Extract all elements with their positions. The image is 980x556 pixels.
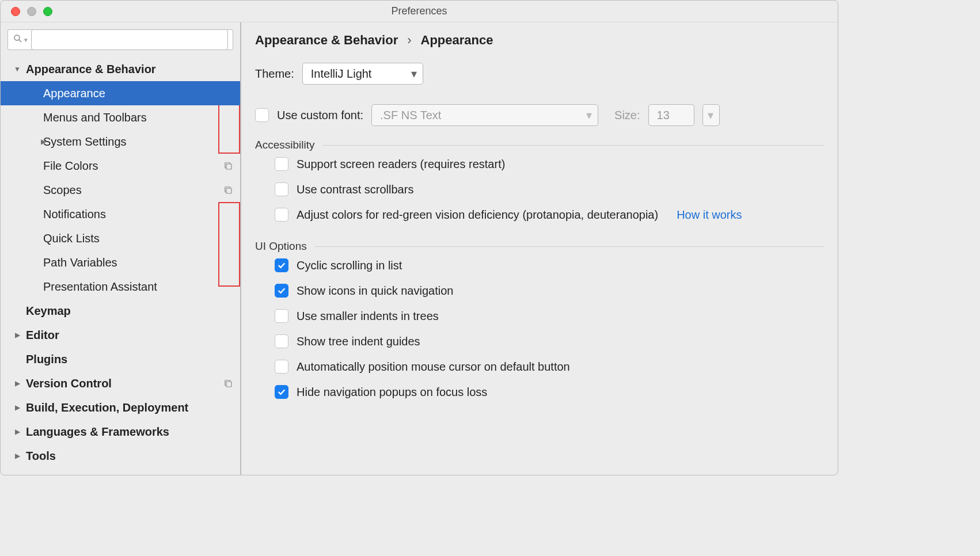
tree-item-label: Quick Lists	[43, 232, 100, 245]
checkbox[interactable]	[275, 360, 288, 374]
chevron-right-icon: ▶	[12, 331, 22, 339]
tree-item-label: Notifications	[43, 208, 106, 221]
font-size-stepper[interactable]: ▾	[702, 104, 720, 126]
option-label: Support screen readers (requires restart…	[297, 158, 505, 171]
tree-item-build-execution-deployment[interactable]: ▶Build, Execution, Deployment	[1, 395, 240, 420]
checkbox[interactable]	[275, 309, 288, 323]
option-label: Cyclic scrolling in list	[297, 259, 402, 272]
preferences-content: Appearance & Behavior › Appearance Theme…	[241, 22, 838, 475]
tree-item-label: Editor	[26, 329, 59, 342]
option-label: Automatically position mouse cursor on d…	[297, 360, 570, 374]
chevron-down-icon: ▾	[411, 67, 417, 81]
checkbox[interactable]	[275, 334, 288, 348]
chevron-right-icon: ▶	[12, 403, 22, 412]
chevron-right-icon: ▶	[12, 379, 22, 387]
font-size-label: Size:	[614, 109, 640, 122]
tree-item-label: Plugins	[26, 353, 67, 366]
minimize-window-button[interactable]	[27, 7, 36, 16]
svg-point-0	[14, 35, 20, 40]
tree-item-label: Presentation Assistant	[43, 280, 157, 294]
chevron-down-icon: ▾	[24, 36, 28, 44]
breadcrumb-current: Appearance	[421, 33, 493, 48]
option-label: Use contrast scrollbars	[297, 183, 413, 196]
tree-item-label: Build, Execution, Deployment	[26, 401, 188, 414]
titlebar: Preferences	[1, 1, 838, 22]
use-custom-font-checkbox[interactable]	[255, 108, 269, 122]
custom-font-select[interactable]: .SF NS Text ▾	[371, 104, 598, 126]
checkbox[interactable]	[275, 182, 288, 196]
accessibility-section-header: Accessibility	[255, 139, 824, 151]
zoom-window-button[interactable]	[43, 7, 52, 16]
option-row: Show icons in quick navigation	[255, 278, 824, 303]
option-label: Show tree indent guides	[297, 335, 420, 348]
tree-item-label: File Colors	[43, 159, 98, 173]
tree-item-system-settings[interactable]: ▶System Settings	[1, 130, 240, 154]
tree-item-plugins[interactable]: Plugins	[1, 347, 240, 371]
svg-rect-3	[226, 164, 231, 169]
theme-label: Theme:	[255, 67, 294, 81]
tree-item-path-variables[interactable]: Path Variables	[1, 250, 240, 275]
chevron-down-icon: ▾	[586, 108, 592, 122]
tree-item-languages-frameworks[interactable]: ▶Languages & Frameworks	[1, 420, 240, 444]
font-size-field[interactable]: 13	[648, 104, 694, 126]
option-row: Show tree indent guides	[255, 329, 824, 354]
tree-item-label: Menus and Toolbars	[43, 111, 147, 124]
chevron-down-icon: ▾	[708, 108, 713, 122]
close-window-button[interactable]	[11, 7, 20, 16]
tree-item-file-colors[interactable]: File Colors	[1, 154, 240, 178]
tree-item-label: Keymap	[26, 304, 71, 318]
tree-item-appearance-behavior[interactable]: ▼Appearance & Behavior	[1, 57, 240, 81]
tree-item-appearance[interactable]: Appearance	[1, 81, 240, 105]
traffic-lights	[1, 7, 52, 16]
section-title: Accessibility	[255, 139, 314, 151]
chevron-right-icon: ▶	[12, 428, 22, 436]
tree-item-presentation-assistant[interactable]: Presentation Assistant	[1, 275, 240, 299]
checkbox[interactable]	[275, 258, 288, 272]
tree-item-scopes[interactable]: Scopes	[1, 178, 240, 202]
tree-item-label: Appearance & Behavior	[26, 63, 156, 76]
option-label: Hide navigation popups on focus loss	[297, 386, 487, 399]
option-row: Use smaller indents in trees	[255, 303, 824, 329]
search-icon	[13, 33, 23, 47]
option-row: Adjust colors for red-green vision defic…	[255, 202, 824, 227]
option-row: Support screen readers (requires restart…	[255, 151, 824, 177]
divider	[315, 246, 824, 247]
search-field[interactable]: ▾	[7, 29, 233, 50]
custom-font-value: .SF NS Text	[380, 109, 441, 122]
tree-item-menus-and-toolbars[interactable]: Menus and Toolbars	[1, 105, 240, 130]
tree-item-label: Scopes	[43, 184, 82, 197]
shared-settings-icon	[223, 378, 233, 389]
option-row: Cyclic scrolling in list	[255, 253, 824, 278]
font-size-value: 13	[657, 109, 670, 122]
how-it-works-link[interactable]: How it works	[677, 208, 742, 222]
tree-item-tools[interactable]: ▶Tools	[1, 444, 240, 468]
checkbox[interactable]	[275, 284, 288, 298]
chevron-down-icon: ▼	[12, 65, 22, 73]
checkbox[interactable]	[275, 157, 288, 171]
option-label: Adjust colors for red-green vision defic…	[297, 208, 658, 222]
divider	[322, 145, 824, 146]
preferences-window: Preferences ▾ ▼Appearance & BehaviorAppe…	[0, 0, 838, 475]
checkbox[interactable]	[275, 208, 288, 222]
svg-line-1	[19, 40, 21, 42]
theme-select[interactable]: IntelliJ Light ▾	[302, 63, 423, 85]
tree-item-notifications[interactable]: Notifications	[1, 202, 240, 226]
preferences-tree[interactable]: ▼Appearance & BehaviorAppearanceMenus an…	[1, 56, 240, 475]
shared-settings-icon	[223, 185, 233, 195]
tree-item-quick-lists[interactable]: Quick Lists	[1, 226, 240, 250]
preferences-sidebar: ▾ ▼Appearance & BehaviorAppearanceMenus …	[1, 22, 241, 475]
theme-value: IntelliJ Light	[311, 67, 372, 81]
tree-item-version-control[interactable]: ▶Version Control	[1, 371, 240, 395]
tree-item-label: System Settings	[43, 135, 127, 148]
ui-options-section-header: UI Options	[255, 240, 824, 253]
tree-item-keymap[interactable]: Keymap	[1, 299, 240, 323]
checkbox[interactable]	[275, 385, 288, 399]
breadcrumb-parent: Appearance & Behavior	[255, 33, 398, 48]
tree-item-editor[interactable]: ▶Editor	[1, 323, 240, 347]
option-label: Show icons in quick navigation	[297, 284, 453, 298]
option-row: Automatically position mouse cursor on d…	[255, 354, 824, 379]
use-custom-font-label: Use custom font:	[277, 109, 363, 122]
search-input[interactable]	[31, 29, 228, 50]
svg-rect-5	[226, 188, 231, 193]
section-title: UI Options	[255, 240, 307, 253]
